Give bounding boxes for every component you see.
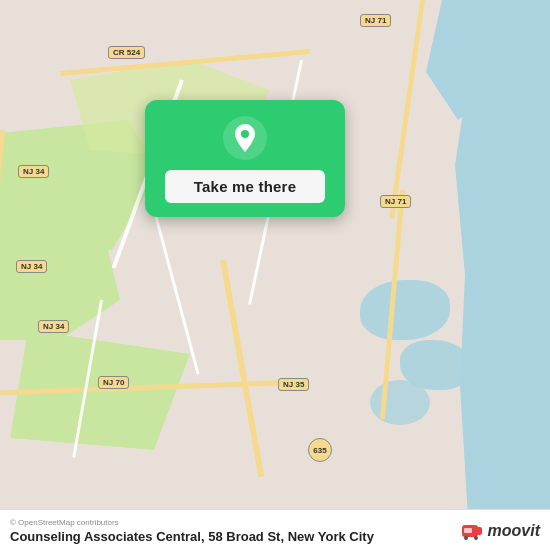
take-me-there-button[interactable]: Take me there — [165, 170, 325, 203]
moovit-text: moovit — [488, 522, 540, 540]
shield-nj71-mid: NJ 71 — [380, 195, 411, 208]
location-name: Counseling Associates Central, 58 Broad … — [10, 529, 374, 544]
svg-point-4 — [464, 536, 468, 540]
svg-point-1 — [241, 130, 249, 138]
shield-nj71-top: NJ 71 — [360, 14, 391, 27]
shield-nj34-2: NJ 34 — [16, 260, 47, 273]
inland-water-1 — [360, 280, 450, 340]
shield-nj34-1: NJ 34 — [18, 165, 49, 178]
moovit-brand-icon — [460, 519, 484, 543]
shield-cr524: CR 524 — [108, 46, 145, 59]
road-nj71-north — [389, 0, 425, 218]
map-attribution: © OpenStreetMap contributors — [10, 518, 374, 527]
shield-nj70: NJ 70 — [98, 376, 129, 389]
map-background — [0, 0, 550, 550]
shield-nj34-3: NJ 34 — [38, 320, 69, 333]
shield-635: 635 — [308, 438, 332, 462]
road-nj35 — [220, 259, 264, 477]
svg-rect-3 — [474, 527, 482, 535]
moovit-logo: moovit — [460, 519, 540, 543]
bottom-bar: © OpenStreetMap contributors Counseling … — [0, 509, 550, 550]
location-pin-icon — [223, 116, 267, 160]
road-diagonal-2 — [150, 200, 199, 375]
svg-rect-6 — [464, 528, 472, 533]
shield-nj35: NJ 35 — [278, 378, 309, 391]
map-container: NJ 71 NJ 71 NJ 34 NJ 34 NJ 34 NJ 35 NJ 7… — [0, 0, 550, 550]
bottom-info: © OpenStreetMap contributors Counseling … — [10, 518, 374, 544]
action-card: Take me there — [145, 100, 345, 217]
svg-point-5 — [474, 536, 478, 540]
